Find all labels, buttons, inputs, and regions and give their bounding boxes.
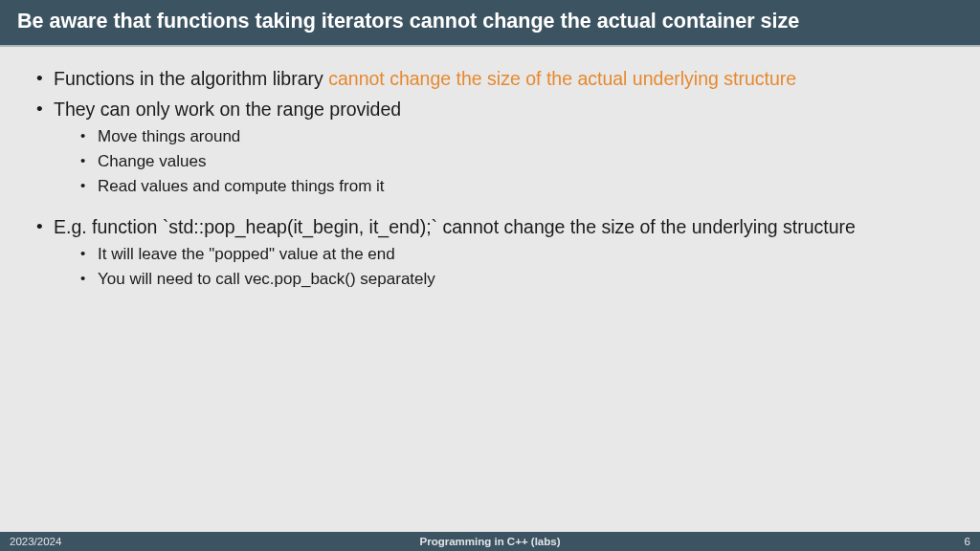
sub-bullet-text: Move things around xyxy=(98,127,240,145)
sub-bullet-item: You will need to call vec.pop_back() sep… xyxy=(80,269,947,291)
sub-bullet-list: It will leave the "popped" value at the … xyxy=(80,244,947,291)
sub-bullet-item: Move things around xyxy=(80,126,947,148)
bullet-text: Functions in the algorithm library xyxy=(54,68,328,89)
bullet-list: Functions in the algorithm library canno… xyxy=(33,66,947,291)
slide-content: Functions in the algorithm library canno… xyxy=(0,47,980,532)
bullet-text: They can only work on the range provided xyxy=(54,99,401,120)
sub-bullet-text: Change values xyxy=(98,152,206,170)
sub-bullet-text: You will need to call vec.pop_back() sep… xyxy=(98,270,435,288)
bullet-item: E.g. function `std::pop_heap(it_begin, i… xyxy=(33,214,947,290)
slide-title-bar: Be aware that functions taking iterators… xyxy=(0,0,980,47)
sub-bullet-item: Change values xyxy=(80,151,947,173)
bullet-item: Functions in the algorithm library canno… xyxy=(33,66,947,91)
sub-bullet-text: Read values and compute things from it xyxy=(98,177,385,195)
slide-footer: 2023/2024 Programming in C++ (labs) 6 xyxy=(0,532,980,551)
footer-course: Programming in C++ (labs) xyxy=(10,536,970,547)
slide-title: Be aware that functions taking iterators… xyxy=(17,10,799,33)
sub-bullet-text: It will leave the "popped" value at the … xyxy=(98,245,395,263)
bullet-accent-text: cannot change the size of the actual und… xyxy=(328,68,796,89)
sub-bullet-item: Read values and compute things from it xyxy=(80,176,947,198)
bullet-text: E.g. function `std::pop_heap(it_begin, i… xyxy=(54,216,856,237)
footer-page-number: 6 xyxy=(965,536,970,547)
footer-date: 2023/2024 xyxy=(10,536,61,547)
sub-bullet-list: Move things around Change values Read va… xyxy=(80,126,947,198)
slide: Be aware that functions taking iterators… xyxy=(0,0,980,551)
bullet-item: They can only work on the range provided… xyxy=(33,97,947,197)
sub-bullet-item: It will leave the "popped" value at the … xyxy=(80,244,947,266)
